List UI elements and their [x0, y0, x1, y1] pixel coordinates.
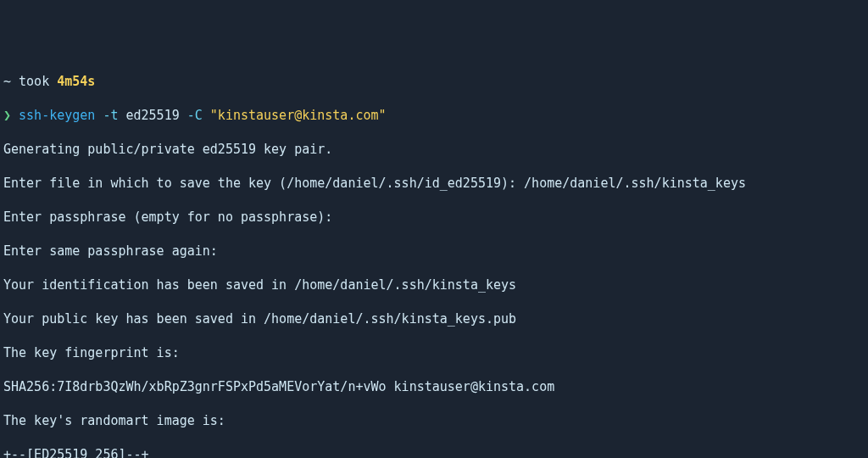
cmd-arg-c: "kinstauser@kinsta.com": [210, 108, 387, 123]
cmd-flag-c: -C: [187, 108, 203, 123]
randomart-line: +--[ED25519 256]--+: [3, 446, 865, 458]
prompt-symbol: ❯: [3, 108, 11, 123]
output-line: Your identification has been saved in /h…: [3, 276, 865, 293]
took-duration: 4m54s: [57, 74, 95, 89]
output-line: Enter passphrase (empty for no passphras…: [3, 209, 865, 226]
status-line: ~ took 4m54s: [3, 73, 865, 90]
cmd-binary: ssh-keygen: [19, 108, 95, 123]
output-line: Your public key has been saved in /home/…: [3, 310, 865, 327]
output-line: Enter file in which to save the key (/ho…: [3, 175, 865, 192]
output-line: The key's randomart image is:: [3, 412, 865, 429]
cmd-flag-t: -t: [103, 108, 118, 123]
save-key-path: /home/daniel/.ssh/kinsta_keys: [524, 176, 746, 191]
output-line: Enter same passphrase again:: [3, 243, 865, 260]
took-label: took: [19, 74, 49, 89]
command-line[interactable]: ❯ ssh-keygen -t ed25519 -C "kinstauser@k…: [3, 107, 865, 124]
save-key-prompt: Enter file in which to save the key (/ho…: [3, 176, 524, 191]
home-tilde: ~: [3, 74, 11, 89]
output-line: The key fingerprint is:: [3, 344, 865, 361]
cmd-arg-t: ed25519: [126, 108, 180, 123]
output-line: Generating public/private ed25519 key pa…: [3, 141, 865, 158]
output-line: SHA256:7I8drb3QzWh/xbRpZ3gnrFSPxPd5aMEVo…: [3, 378, 865, 395]
